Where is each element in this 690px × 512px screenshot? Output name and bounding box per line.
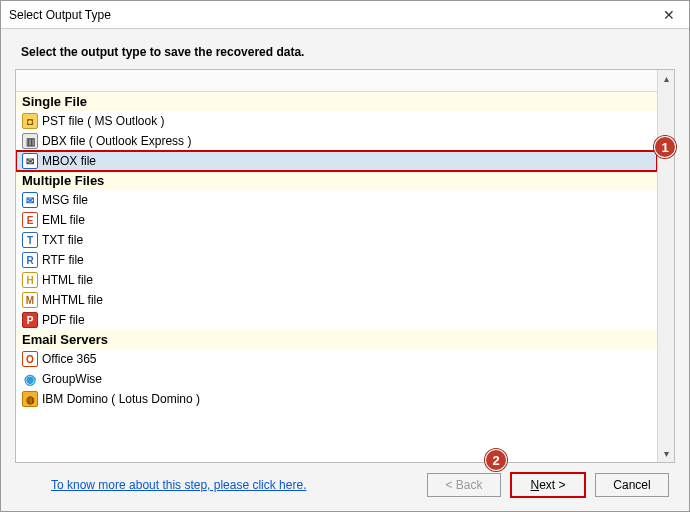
vertical-scrollbar[interactable]: ▴ ▾ <box>657 70 674 462</box>
option-label: MSG file <box>42 193 88 207</box>
mbox-icon: ✉ <box>22 153 38 169</box>
html-icon: H <box>22 272 38 288</box>
option-pst[interactable]: ◘ PST file ( MS Outlook ) <box>16 111 657 131</box>
option-dbx[interactable]: ▥ DBX file ( Outlook Express ) <box>16 131 657 151</box>
option-groupwise[interactable]: ◉ GroupWise <box>16 369 657 389</box>
groupwise-icon: ◉ <box>22 371 38 387</box>
msg-icon: ✉ <box>22 192 38 208</box>
mhtml-icon: M <box>22 292 38 308</box>
next-accelerator: N <box>530 478 539 492</box>
option-label: PST file ( MS Outlook ) <box>42 114 164 128</box>
titlebar: Select Output Type ✕ <box>1 1 689 29</box>
option-label: EML file <box>42 213 85 227</box>
dialog-window: Select Output Type ✕ Select the output t… <box>0 0 690 512</box>
option-label: MHTML file <box>42 293 103 307</box>
back-button: < Back <box>427 473 501 497</box>
pst-icon: ◘ <box>22 113 38 129</box>
output-type-list: Single File ◘ PST file ( MS Outlook ) ▥ … <box>15 69 675 463</box>
annotation-badge-1: 1 <box>654 136 676 158</box>
scroll-up-icon[interactable]: ▴ <box>658 70 674 87</box>
option-office365[interactable]: O Office 365 <box>16 349 657 369</box>
option-label: GroupWise <box>42 372 102 386</box>
option-label: DBX file ( Outlook Express ) <box>42 134 191 148</box>
option-pdf[interactable]: P PDF file <box>16 310 657 330</box>
next-label-rest: ext > <box>539 478 565 492</box>
wizard-buttons: < Back Next > Cancel <box>427 473 669 497</box>
scroll-down-icon[interactable]: ▾ <box>658 445 674 462</box>
pdf-icon: P <box>22 312 38 328</box>
option-label: RTF file <box>42 253 84 267</box>
option-mhtml[interactable]: M MHTML file <box>16 290 657 310</box>
dialog-footer: To know more about this step, please cli… <box>15 463 675 501</box>
window-title: Select Output Type <box>9 8 111 22</box>
rtf-icon: R <box>22 252 38 268</box>
close-icon: ✕ <box>663 7 675 23</box>
domino-icon: ◍ <box>22 391 38 407</box>
txt-icon: T <box>22 232 38 248</box>
option-domino[interactable]: ◍ IBM Domino ( Lotus Domino ) <box>16 389 657 409</box>
option-msg[interactable]: ✉ MSG file <box>16 190 657 210</box>
group-email-servers: Email Servers <box>16 330 657 349</box>
option-mbox[interactable]: ✉ MBOX file <box>16 151 657 171</box>
option-label: PDF file <box>42 313 85 327</box>
option-label: MBOX file <box>42 154 96 168</box>
eml-icon: E <box>22 212 38 228</box>
dbx-icon: ▥ <box>22 133 38 149</box>
option-label: HTML file <box>42 273 93 287</box>
instruction-text: Select the output type to save the recov… <box>21 45 675 59</box>
option-label: Office 365 <box>42 352 96 366</box>
cancel-button[interactable]: Cancel <box>595 473 669 497</box>
office365-icon: O <box>22 351 38 367</box>
option-txt[interactable]: T TXT file <box>16 230 657 250</box>
help-link[interactable]: To know more about this step, please cli… <box>51 478 306 492</box>
dialog-body: Select the output type to save the recov… <box>1 29 689 511</box>
next-button[interactable]: Next > <box>511 473 585 497</box>
list-content: Single File ◘ PST file ( MS Outlook ) ▥ … <box>16 70 657 462</box>
option-label: IBM Domino ( Lotus Domino ) <box>42 392 200 406</box>
annotation-badge-2: 2 <box>485 449 507 471</box>
list-header <box>16 70 657 92</box>
option-label: TXT file <box>42 233 83 247</box>
group-single-file: Single File <box>16 92 657 111</box>
group-multiple-files: Multiple Files <box>16 171 657 190</box>
option-rtf[interactable]: R RTF file <box>16 250 657 270</box>
option-eml[interactable]: E EML file <box>16 210 657 230</box>
option-html[interactable]: H HTML file <box>16 270 657 290</box>
close-button[interactable]: ✕ <box>649 1 689 29</box>
